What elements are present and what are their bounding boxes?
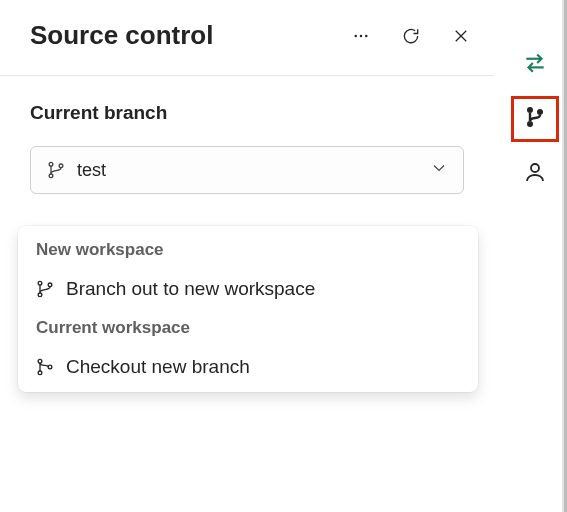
dropdown-group-current-workspace: Current workspace — [18, 308, 478, 348]
chevron-down-icon — [429, 158, 449, 182]
panel-body: Current branch test — [0, 76, 494, 194]
svg-point-14 — [527, 107, 533, 113]
svg-point-6 — [49, 174, 53, 178]
menu-item-checkout-new-branch[interactable]: Checkout new branch — [18, 348, 478, 386]
branch-dropdown-menu: New workspace Branch out to new workspac… — [18, 226, 478, 392]
svg-point-9 — [38, 293, 42, 297]
menu-item-branch-out[interactable]: Branch out to new workspace — [18, 270, 478, 308]
rail-sync-button[interactable] — [515, 44, 555, 84]
rail-account-button[interactable] — [515, 154, 555, 194]
svg-point-2 — [365, 34, 368, 37]
branch-dropdown-trigger[interactable]: test — [30, 146, 464, 194]
svg-point-13 — [48, 365, 52, 369]
svg-point-5 — [49, 162, 53, 166]
menu-item-label: Checkout new branch — [66, 356, 250, 378]
current-branch-label: Current branch — [30, 102, 464, 124]
header-actions — [350, 25, 472, 47]
panel-header: Source control — [0, 8, 494, 71]
selected-branch-name: test — [77, 160, 106, 181]
more-options-button[interactable] — [350, 25, 372, 47]
swap-arrows-icon — [522, 49, 548, 79]
git-branch-icon — [523, 105, 547, 133]
svg-point-1 — [360, 34, 363, 37]
right-rail — [507, 0, 562, 512]
close-button[interactable] — [450, 25, 472, 47]
svg-point-11 — [38, 359, 42, 363]
git-branch-icon — [45, 159, 67, 181]
svg-point-0 — [354, 34, 357, 37]
svg-point-16 — [537, 109, 543, 115]
svg-point-17 — [531, 164, 539, 172]
menu-item-label: Branch out to new workspace — [66, 278, 315, 300]
svg-point-15 — [527, 121, 533, 127]
panel-title: Source control — [30, 20, 213, 51]
source-control-panel: Source control — [0, 0, 494, 512]
person-icon — [523, 160, 547, 188]
svg-point-8 — [38, 281, 42, 285]
refresh-button[interactable] — [400, 25, 422, 47]
rail-source-control-button[interactable] — [511, 96, 559, 142]
git-branch-icon — [34, 278, 56, 300]
dropdown-group-new-workspace: New workspace — [18, 236, 478, 270]
svg-point-10 — [48, 283, 52, 287]
git-merge-icon — [34, 356, 56, 378]
svg-point-7 — [59, 164, 63, 168]
svg-point-12 — [38, 371, 42, 375]
